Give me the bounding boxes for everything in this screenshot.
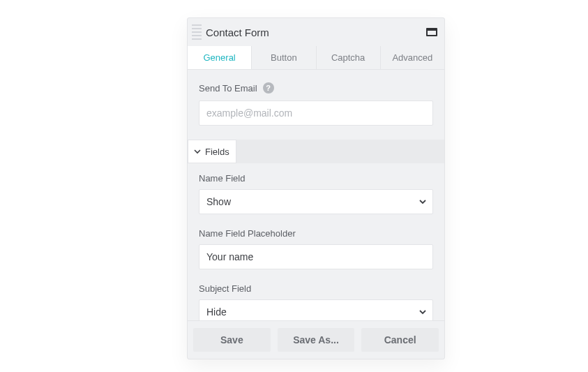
panel-body[interactable]: Send To Email ? Fields Name Field Show [188,70,444,320]
fields-strip: Fields [188,140,444,163]
block-name-field: Name Field Show [188,163,444,218]
window-icon[interactable] [426,28,437,36]
fields-label: Fields [205,147,229,157]
tab-button[interactable]: Button [252,46,316,69]
name-field-label: Name Field [199,173,433,184]
send-to-label: Send To Email [199,83,257,94]
tab-captcha[interactable]: Captcha [317,46,381,69]
subject-field-select-wrap: Hide [199,299,433,320]
panel-title: Contact Form [206,27,269,38]
tab-advanced[interactable]: Advanced [381,46,444,69]
contact-form-panel: Contact Form General Button Captcha Adva… [187,17,445,359]
block-subject-field: Subject Field Hide [188,274,444,320]
subject-field-select[interactable]: Hide [199,299,433,320]
name-placeholder-input[interactable] [199,244,433,269]
drag-handle-icon[interactable] [192,24,202,40]
chevron-down-icon [194,147,201,157]
cancel-button[interactable]: Cancel [361,328,439,352]
name-field-select-wrap: Show [199,189,433,214]
help-icon[interactable]: ? [263,82,274,94]
name-field-select[interactable]: Show [199,189,433,214]
subject-field-label: Subject Field [199,283,433,294]
block-name-placeholder: Name Field Placeholder [188,218,444,274]
send-to-label-row: Send To Email ? [199,82,433,94]
footer: Save Save As... Cancel [188,320,444,359]
save-button[interactable]: Save [193,328,271,352]
fields-toggle[interactable]: Fields [188,140,236,163]
save-as-button[interactable]: Save As... [278,328,355,352]
section-send-to: Send To Email ? [188,70,444,140]
panel-header: Contact Form [188,18,444,46]
tab-bar: General Button Captcha Advanced [188,46,444,70]
name-placeholder-label: Name Field Placeholder [199,228,433,239]
tab-general[interactable]: General [188,46,252,69]
send-to-input[interactable] [199,101,433,126]
